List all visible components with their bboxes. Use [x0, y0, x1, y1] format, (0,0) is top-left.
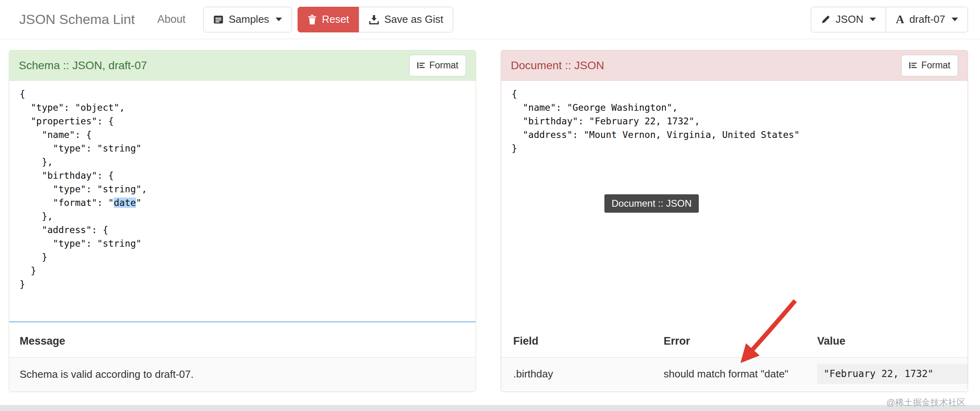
caret-down-icon: [952, 18, 958, 21]
schema-editor[interactable]: { "type": "object", "properties": { "nam…: [9, 81, 476, 322]
reset-button[interactable]: Reset: [298, 7, 359, 32]
schema-code-after: " }, "address": { "type": "string" } } }: [20, 198, 142, 289]
brand[interactable]: JSON Schema Lint: [19, 12, 135, 27]
indent-icon: [909, 61, 917, 70]
caret-down-icon: [870, 18, 876, 21]
schema-panel-header: Schema :: JSON, draft-07 Format: [9, 50, 476, 81]
main-content: Schema :: JSON, draft-07 Format { "type"…: [9, 50, 968, 392]
document-panel: Document :: JSON Format { "name": "Georg…: [501, 50, 968, 392]
reset-save-group: Reset Save as Gist: [298, 7, 453, 32]
document-editor[interactable]: { "name": "George Washington", "birthday…: [501, 81, 968, 322]
schema-code-selection: date: [114, 198, 136, 208]
document-format-label: Format: [921, 60, 950, 71]
nav-about-link[interactable]: About: [157, 13, 186, 26]
language-draft-group: JSON A draft-07: [811, 7, 968, 32]
font-icon: A: [896, 14, 904, 25]
bottom-strip: [0, 405, 980, 411]
document-panel-title: Document :: JSON: [511, 59, 604, 72]
pencil-icon: [821, 15, 830, 24]
schema-valid-message: Schema is valid according to draft-07.: [9, 357, 476, 391]
navbar: JSON Schema Lint About Samples Reset Sav…: [0, 0, 980, 39]
column-header-error: Error: [664, 335, 817, 347]
document-tooltip: Document :: JSON: [604, 194, 699, 213]
save-gist-button[interactable]: Save as Gist: [359, 7, 453, 32]
error-table-row: .birthday should match format "date" "Fe…: [501, 357, 968, 390]
save-icon: [369, 14, 379, 25]
save-gist-label: Save as Gist: [384, 13, 443, 26]
samples-label: Samples: [229, 13, 269, 26]
draft-dropdown-button[interactable]: A draft-07: [886, 7, 968, 32]
message-heading: Message: [9, 322, 476, 357]
error-table-header: Field Error Value: [501, 322, 968, 357]
watermark: @稀土掘金技术社区: [886, 397, 966, 409]
schema-panel: Schema :: JSON, draft-07 Format { "type"…: [9, 50, 476, 392]
error-message-cell: should match format "date": [664, 368, 817, 380]
language-dropdown-button[interactable]: JSON: [811, 7, 886, 32]
error-value-cell: "February 22, 1732": [817, 364, 968, 384]
schema-panel-title: Schema :: JSON, draft-07: [19, 59, 147, 72]
schema-format-button[interactable]: Format: [409, 55, 466, 76]
samples-dropdown-button[interactable]: Samples: [203, 7, 292, 32]
indent-icon: [417, 61, 425, 70]
schema-code: { "type": "object", "properties": { "nam…: [20, 89, 147, 208]
trash-icon: [308, 14, 317, 25]
column-header-value: Value: [817, 335, 968, 347]
caret-down-icon: [276, 18, 282, 21]
reset-label: Reset: [322, 13, 349, 26]
document-panel-header: Document :: JSON Format: [501, 50, 968, 81]
language-label: JSON: [836, 13, 863, 26]
document-format-button[interactable]: Format: [901, 55, 958, 76]
column-header-field: Field: [513, 335, 664, 347]
error-field-cell: .birthday: [513, 368, 664, 380]
draft-label: draft-07: [909, 13, 945, 26]
schema-format-label: Format: [429, 60, 458, 71]
list-icon: [213, 14, 224, 25]
